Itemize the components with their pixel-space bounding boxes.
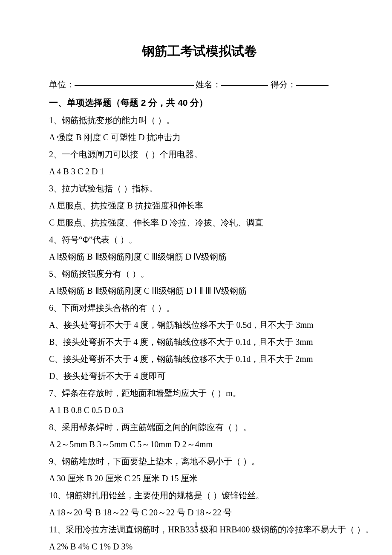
- q4-options: A Ⅰ级钢筋 B Ⅱ级钢筋刚度 C Ⅲ级钢筋 D Ⅳ级钢筋: [49, 248, 349, 265]
- section-1-heading: 一、单项选择题（每题 2 分，共 40 分）: [49, 94, 349, 112]
- q6-stem: 6、下面对焊接头合格的有（ ）。: [49, 299, 349, 316]
- q5-options: A Ⅰ级钢筋 B Ⅱ级钢筋刚度 C ⅠⅡ级钢筋 D Ⅰ Ⅱ Ⅲ Ⅳ级钢筋: [49, 282, 349, 299]
- q2-options: A 4 B 3 C 2 D 1: [49, 163, 349, 180]
- q10-stem: 10、钢筋绑扎用铅丝，主要使用的规格是（ ）镀锌铅丝。: [49, 487, 349, 504]
- q9-options: A 30 厘米 B 20 厘米 C 25 厘米 D 15 厘米: [49, 470, 349, 487]
- page-number: 1: [0, 517, 392, 533]
- q7-stem: 7、焊条在存放时，距地面和墙壁均应大于（ ）m。: [49, 384, 349, 402]
- name-blank[interactable]: [221, 76, 268, 86]
- q6-option-a: A、接头处弯折不大于 4 度，钢筋轴线位移不大于 0.5d，且不大于 3mm: [49, 316, 349, 333]
- unit-blank[interactable]: [75, 76, 194, 86]
- q2-stem: 2、一个电源闸刀可以接 （ ）个用电器。: [49, 146, 349, 163]
- q3-stem: 3、拉力试验包括（ ）指标。: [49, 180, 349, 197]
- score-label: 得分：: [271, 76, 296, 93]
- q7-options: A 1 B 0.8 C 0.5 D 0.3: [49, 402, 349, 419]
- q1-stem: 1、钢筋抵抗变形的能力叫（ ）。: [49, 112, 349, 129]
- q8-options: A 2～5mm B 3～5mm C 5～10mm D 2～4mm: [49, 436, 349, 453]
- unit-label: 单位：: [49, 76, 75, 93]
- q5-stem: 5、钢筋按强度分有（ ）。: [49, 265, 349, 282]
- q9-stem: 9、钢筋堆放时，下面要垫上垫木，离地不易小于（ ）。: [49, 453, 349, 470]
- info-line: 单位： 姓名： 得分：: [49, 76, 349, 93]
- name-label: 姓名：: [196, 76, 221, 93]
- q11-options: A 2% B 4% C 1% D 3%: [49, 538, 349, 555]
- exam-title: 钢筋工考试模拟试卷: [49, 38, 349, 64]
- q6-option-d: D、接头处弯折不大于 4 度即可: [49, 367, 349, 384]
- q3-options-1: A 屈服点、抗拉强度 B 抗拉强度和伸长率: [49, 197, 349, 214]
- q6-option-b: B、接头处弯折不大于 4 度，钢筋轴线位移不大于 0.1d，且不大于 3mm: [49, 333, 349, 350]
- score-blank[interactable]: [296, 76, 329, 86]
- q3-options-2: C 屈服点、抗拉强度、伸长率 D 冷拉、冷拔、冷轧、调直: [49, 214, 349, 231]
- q4-stem: 4、符号“Φ”代表（ ）。: [49, 231, 349, 248]
- q1-options: A 强度 B 刚度 C 可塑性 D 抗冲击力: [49, 129, 349, 146]
- q6-option-c: C、接头处弯折不大于 4 度，钢筋轴线位移不大于 0.1d，且不大于 2mm: [49, 350, 349, 367]
- q8-stem: 8、采用帮条焊时，两主筋端面之间的间隙应有（ ）。: [49, 419, 349, 436]
